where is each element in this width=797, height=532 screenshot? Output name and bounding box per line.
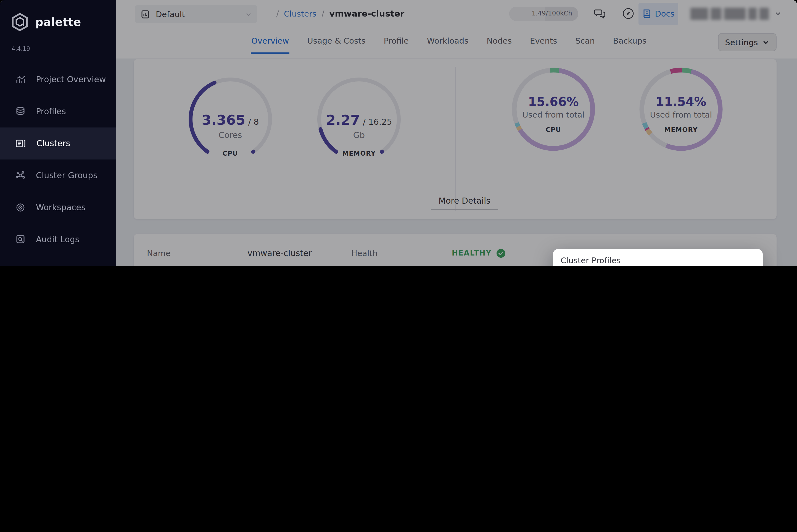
cluster-profiles-popup: Cluster Profiles ADDON PROFILE TF-VMWARE…	[553, 249, 763, 266]
brand-name: palette	[35, 16, 81, 29]
sidebar-item-workspaces[interactable]: Workspaces	[0, 191, 116, 224]
sidebar-item-label: Workspaces	[36, 203, 86, 212]
sidebar-nav: Project OverviewProfilesClustersCluster …	[0, 63, 116, 266]
brand-logo[interactable]: palette	[10, 12, 81, 32]
sidebar-item-label: Project Overview	[36, 75, 106, 84]
sidebar-item-audit-logs[interactable]: Audit Logs	[0, 224, 116, 255]
clusters-icon	[15, 138, 26, 149]
sidebar-item-clusters[interactable]: Clusters	[0, 128, 116, 159]
audit-icon	[15, 234, 26, 245]
profiles-icon	[15, 106, 26, 117]
palette-logo-icon	[10, 12, 30, 32]
sidebar-item-profiles[interactable]: Profiles	[0, 95, 116, 128]
sidebar-item-label: Cluster Groups	[36, 171, 97, 180]
sidebar-item-project-overview[interactable]: Project Overview	[0, 63, 116, 95]
sidebar-item-label: Profiles	[36, 107, 66, 116]
popup-title: Cluster Profiles	[561, 256, 755, 265]
sidebar-item-cluster-groups[interactable]: Cluster Groups	[0, 159, 116, 191]
sidebar-item-project-settings[interactable]: Project Settings	[0, 255, 116, 266]
app-window: palette 4.4.19 Project OverviewProfilesC…	[0, 0, 797, 266]
sidebar-item-label: Clusters	[36, 138, 70, 149]
groups-icon	[15, 170, 26, 181]
overview-icon	[15, 74, 26, 85]
app-version: 4.4.19	[12, 45, 30, 52]
workspaces-icon	[15, 202, 26, 213]
modal-overlay[interactable]	[116, 0, 797, 266]
sidebar-item-label: Audit Logs	[36, 234, 79, 245]
sidebar: palette 4.4.19 Project OverviewProfilesC…	[0, 0, 116, 266]
